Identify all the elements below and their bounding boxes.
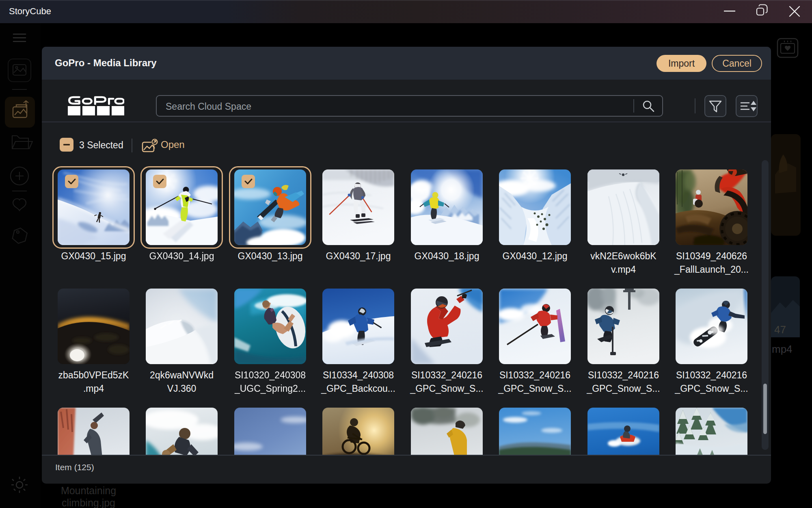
svg-text:47: 47: [774, 323, 786, 336]
svg-text:mp4: mp4: [772, 343, 793, 355]
